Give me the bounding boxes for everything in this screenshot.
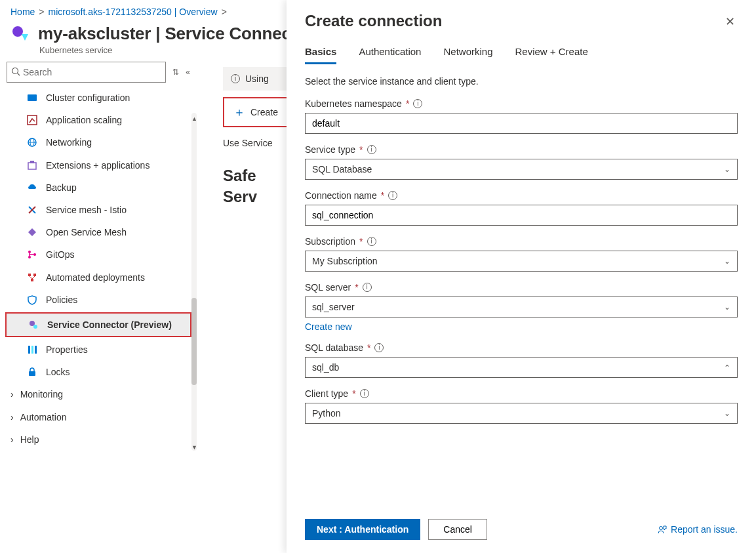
info-text: Using <box>245 73 269 84</box>
gitops-icon <box>26 249 38 260</box>
sidebar-item-app-scaling[interactable]: Application scaling <box>0 109 197 131</box>
create-new-link[interactable]: Create new <box>305 321 352 332</box>
tab-networking[interactable]: Networking <box>443 46 492 64</box>
svg-marker-13 <box>28 228 36 236</box>
osm-icon <box>26 226 38 238</box>
tab-review-create[interactable]: Review + Create <box>515 46 587 64</box>
scrollbar-down-icon[interactable]: ▼ <box>191 444 197 451</box>
sidebar-item-properties[interactable]: Properties <box>0 338 197 361</box>
search-input[interactable] <box>20 67 161 77</box>
sidebar-scrollbar-track[interactable] <box>191 113 197 451</box>
sidebar-group-label: Help <box>20 434 39 445</box>
sidebar: ⇅ « Cluster configuration Application sc… <box>0 60 197 541</box>
field-subscription: Subscription * i My Subscription ⌄ <box>305 236 738 272</box>
breadcrumb-home[interactable]: Home <box>10 7 35 17</box>
sidebar-item-service-connector[interactable]: Service Connector (Preview) <box>5 312 191 337</box>
k8s-namespace-input[interactable] <box>305 113 738 134</box>
sidebar-item-gitops[interactable]: GitOps <box>0 243 197 266</box>
breadcrumb-resource[interactable]: microsoft.aks-1721132537250 | Overview <box>49 7 218 17</box>
sidebar-item-policies[interactable]: Policies <box>0 289 197 311</box>
next-button[interactable]: Next : Authentication <box>305 519 420 540</box>
subscription-select[interactable]: My Subscription ⌄ <box>305 251 738 272</box>
sidebar-item-automated-deploy[interactable]: Automated deployments <box>0 266 197 289</box>
required-icon: * <box>381 190 384 201</box>
sidebar-item-networking[interactable]: Networking <box>0 131 197 154</box>
info-icon[interactable]: i <box>360 389 369 398</box>
svg-line-21 <box>32 276 35 279</box>
required-icon: * <box>406 98 409 109</box>
report-issue-link[interactable]: Report an issue. <box>658 524 738 535</box>
sidebar-item-osm[interactable]: Open Service Mesh <box>0 221 197 243</box>
sql-database-select[interactable]: sql_db ⌄ <box>305 357 738 378</box>
sidebar-item-label: GitOps <box>46 249 75 260</box>
sidebar-item-label: Cluster configuration <box>46 92 130 104</box>
client-type-select[interactable]: Python ⌄ <box>305 403 738 424</box>
sidebar-item-locks[interactable]: Locks <box>0 361 197 383</box>
field-label: Service type <box>305 144 355 155</box>
sidebar-item-istio[interactable]: Service mesh - Istio <box>0 199 197 221</box>
svg-point-22 <box>30 321 35 326</box>
search-collapse-icon[interactable]: « <box>186 68 190 77</box>
chevron-down-icon: ⌄ <box>724 302 730 312</box>
required-icon: * <box>359 144 363 155</box>
sidebar-scrollbar-thumb[interactable] <box>191 298 197 385</box>
sidebar-item-label: Service Connector (Preview) <box>47 319 172 331</box>
sidebar-group-label: Automation <box>20 411 67 423</box>
svg-rect-19 <box>31 279 33 281</box>
svg-marker-1 <box>22 34 28 41</box>
page-title: my-akscluster | Service Connector <box>38 24 313 44</box>
sidebar-group-automation[interactable]: › Automation <box>0 406 197 428</box>
sidebar-item-extensions[interactable]: Extensions + applications <box>0 154 197 176</box>
panel-tabs: Basics Authentication Networking Review … <box>287 34 756 64</box>
tab-authentication[interactable]: Authentication <box>359 46 421 64</box>
sidebar-group-help[interactable]: › Help <box>0 428 197 451</box>
sidebar-group-label: Monitoring <box>20 388 63 400</box>
report-issue-label: Report an issue. <box>671 524 738 535</box>
chevron-down-icon: ⌄ <box>724 409 730 418</box>
field-label: SQL database <box>305 342 363 353</box>
required-icon: * <box>367 342 370 353</box>
scale-icon <box>26 114 38 126</box>
info-icon[interactable]: i <box>367 145 376 154</box>
field-sql-database: SQL database * i sql_db ⌄ <box>305 342 738 378</box>
cancel-button[interactable]: Cancel <box>428 519 487 540</box>
person-feedback-icon <box>658 525 667 534</box>
sidebar-item-label: Open Service Mesh <box>46 226 127 238</box>
info-icon[interactable]: i <box>367 237 376 246</box>
chevron-right-icon: › <box>10 388 14 400</box>
field-label: Client type <box>305 388 348 399</box>
select-value: sql_db <box>312 362 339 373</box>
sidebar-search[interactable] <box>7 62 166 83</box>
connection-name-input[interactable] <box>305 205 738 226</box>
service-type-select[interactable]: SQL Database ⌄ <box>305 159 738 180</box>
sidebar-item-cluster-config[interactable]: Cluster configuration <box>0 87 197 109</box>
sidebar-item-backup[interactable]: Backup <box>0 176 197 199</box>
info-icon[interactable]: i <box>413 99 422 108</box>
close-icon[interactable]: ✕ <box>723 12 738 31</box>
info-icon[interactable]: i <box>363 283 372 292</box>
search-sort-icon[interactable]: ⇅ <box>172 68 179 77</box>
info-icon[interactable]: i <box>374 343 384 352</box>
field-service-type: Service type * i SQL Database ⌄ <box>305 144 738 180</box>
field-k8s-namespace: Kubernetes namespace * i <box>305 98 738 134</box>
sidebar-item-label: Policies <box>46 294 77 306</box>
breadcrumb-sep: > <box>222 7 227 17</box>
required-icon: * <box>359 236 363 247</box>
field-label: Connection name <box>305 190 377 201</box>
select-value: My Subscription <box>312 256 378 266</box>
scrollbar-up-icon[interactable]: ▲ <box>191 115 197 122</box>
svg-line-3 <box>18 73 20 75</box>
info-icon[interactable]: i <box>388 191 397 200</box>
tab-basics[interactable]: Basics <box>305 46 336 64</box>
deploy-icon <box>26 272 38 283</box>
svg-rect-17 <box>28 274 31 276</box>
search-icon <box>11 67 20 78</box>
extensions-icon <box>26 159 38 171</box>
sidebar-group-monitoring[interactable]: › Monitoring <box>0 383 197 405</box>
create-button[interactable]: ＋ Create <box>223 97 288 127</box>
svg-line-20 <box>30 276 32 279</box>
sql-server-select[interactable]: sql_server ⌄ <box>305 297 738 317</box>
chevron-down-icon: ⌄ <box>724 363 730 372</box>
sidebar-item-label: Automated deployments <box>46 272 145 283</box>
sidebar-item-label: Service mesh - Istio <box>46 204 127 216</box>
